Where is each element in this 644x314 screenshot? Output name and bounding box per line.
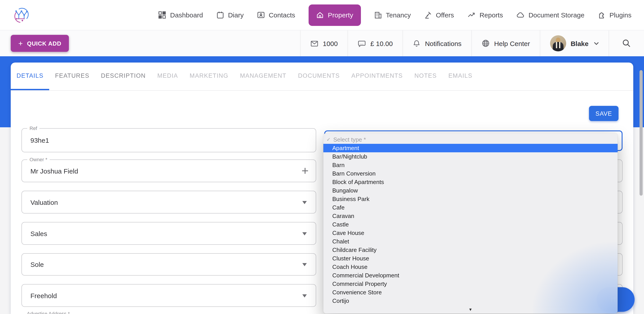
user-menu[interactable]: Blake: [540, 30, 609, 56]
nav-item-label: Plugins: [610, 11, 632, 19]
tab-documents[interactable]: DOCUMENTS: [292, 63, 346, 90]
help-center-label: Help Center: [494, 39, 530, 47]
caret-down-icon: [302, 201, 307, 204]
dropdown-option[interactable]: Commercial Development: [323, 271, 618, 280]
dropdown-option[interactable]: Castle: [323, 220, 618, 229]
dropdown-option[interactable]: Commercial Property: [323, 280, 618, 288]
mail-count: 1000: [323, 39, 338, 47]
dropdown-option[interactable]: Barn: [323, 161, 618, 169]
tab-features[interactable]: FEATURES: [49, 63, 95, 90]
dropdown-placeholder-label: Select type *: [333, 136, 366, 143]
tab-marketing[interactable]: MARKETING: [184, 63, 234, 90]
balance-value: £ 10.00: [370, 39, 393, 47]
nav-item-document-storage[interactable]: Document Storage: [516, 11, 584, 19]
tab-management[interactable]: MANAGEMENT: [234, 63, 292, 90]
ref-field-label: Ref: [27, 126, 39, 131]
help-center-item[interactable]: Help Center: [471, 30, 540, 56]
toolbar-right: 1000 £ 10.00 Notifications: [300, 30, 644, 56]
nav-item-label: Contacts: [269, 11, 295, 19]
dropdown-option[interactable]: Cave House: [323, 229, 618, 237]
dropdown-option[interactable]: Caravan: [323, 212, 618, 220]
dropdown-option[interactable]: Bungalow: [323, 186, 618, 195]
dropdown-option[interactable]: Cafe: [323, 203, 618, 212]
cloud-icon: [516, 11, 524, 19]
dropdown-option[interactable]: Chalet: [323, 237, 618, 246]
global-search-button[interactable]: [609, 30, 644, 56]
valuation-select-value: Valuation: [30, 198, 58, 206]
nav-item-dashboard[interactable]: Dashboard: [158, 11, 203, 19]
tab-notes[interactable]: NOTES: [408, 63, 442, 90]
tab-details[interactable]: DETAILS: [11, 63, 49, 90]
dashboard-icon: [158, 11, 166, 19]
nav-item-label: Reports: [480, 11, 503, 19]
calendar-icon: [216, 11, 224, 19]
save-button[interactable]: SAVE: [589, 106, 618, 121]
nav-item-reports[interactable]: Reports: [467, 11, 503, 19]
ref-field[interactable]: Ref 93he1: [22, 128, 316, 152]
tab-bar: DETAILS FEATURES DESCRIPTION MEDIA MARKE…: [11, 63, 633, 91]
bell-icon: [413, 39, 420, 47]
tab-description[interactable]: DESCRIPTION: [95, 63, 152, 90]
puzzle-icon: [598, 11, 606, 19]
globe-icon: [482, 39, 490, 47]
envelope-icon: [310, 39, 318, 47]
nav-item-plugins[interactable]: Plugins: [598, 11, 632, 19]
chevron-down-icon: [594, 42, 599, 45]
sales-select[interactable]: Sales: [22, 222, 316, 245]
nav-item-label: Tenancy: [386, 11, 411, 19]
top-nav-bar: Dashboard Diary Contacts: [0, 0, 644, 30]
dropdown-option[interactable]: Bar/Nightclub: [323, 152, 618, 161]
nav-item-label: Property: [328, 11, 353, 19]
dropdown-option-selected[interactable]: Apartment: [323, 144, 618, 152]
quick-add-button[interactable]: + QUICK ADD: [11, 35, 69, 52]
dropdown-placeholder-option[interactable]: ✓ Select type *: [323, 135, 618, 144]
quick-add-label: QUICK ADD: [27, 40, 62, 47]
dropdown-option[interactable]: Convenience Store: [323, 288, 618, 297]
scrollbar-thumb[interactable]: [640, 70, 643, 196]
contact-card-icon: [257, 11, 265, 19]
balance-item[interactable]: £ 10.00: [348, 30, 402, 56]
type-dropdown-menu: ✓ Select type * Apartment Bar/Nightclub …: [323, 133, 618, 314]
caret-down-icon: [302, 294, 307, 297]
app-viewport: Dashboard Diary Contacts: [0, 0, 644, 314]
nav-item-contacts[interactable]: Contacts: [257, 11, 295, 19]
toolbar: + QUICK ADD 1000 £ 10.00: [0, 30, 644, 56]
tab-media[interactable]: MEDIA: [152, 63, 184, 90]
nav-item-label: Offers: [436, 11, 454, 19]
dropdown-option[interactable]: Business Park: [323, 195, 618, 203]
owner-field[interactable]: Owner * Mr Joshua Field +: [22, 159, 316, 182]
owner-field-value: Mr Joshua Field: [30, 167, 78, 175]
nav-item-diary[interactable]: Diary: [216, 11, 244, 19]
freehold-select[interactable]: Freehold: [22, 284, 316, 307]
add-owner-button[interactable]: +: [302, 165, 308, 177]
tab-appointments[interactable]: APPOINTMENTS: [346, 63, 408, 90]
user-avatar: [550, 35, 566, 51]
dropdown-option[interactable]: Coach House: [323, 263, 618, 271]
tab-emails[interactable]: EMAILS: [442, 63, 478, 90]
dropdown-option[interactable]: Childcare Facility: [323, 246, 618, 254]
gavel-icon: [424, 11, 432, 19]
nav-item-tenancy[interactable]: Tenancy: [374, 11, 411, 19]
owner-field-label: Owner *: [27, 157, 50, 162]
nav-item-offers[interactable]: Offers: [424, 11, 454, 19]
app-logo-icon: [12, 6, 30, 24]
caret-down-icon: [302, 232, 307, 235]
dropdown-option[interactable]: Cluster House: [323, 254, 618, 263]
check-icon: ✓: [326, 137, 330, 143]
search-icon: [622, 39, 631, 48]
trend-arrow-icon: [467, 11, 476, 19]
dropdown-option[interactable]: Cortijo: [323, 297, 618, 305]
dropdown-option[interactable]: Barn Conversion: [323, 169, 618, 178]
nav-item-property[interactable]: Property: [308, 4, 361, 26]
valuation-select[interactable]: Valuation: [22, 191, 316, 213]
sole-select-value: Sole: [30, 261, 44, 268]
sole-select[interactable]: Sole: [22, 253, 316, 276]
plus-icon: +: [18, 39, 23, 47]
advertise-address-label: Advertise Address *: [27, 311, 70, 314]
main-nav: Dashboard Diary Contacts: [158, 4, 632, 26]
dropdown-scroll-down-arrow[interactable]: ▼: [323, 305, 618, 314]
dropdown-option[interactable]: Block of Apartments: [323, 178, 618, 186]
notifications-item[interactable]: Notifications: [402, 30, 471, 56]
chat-bubble-icon: [358, 39, 366, 47]
mail-counter[interactable]: 1000: [300, 30, 348, 56]
